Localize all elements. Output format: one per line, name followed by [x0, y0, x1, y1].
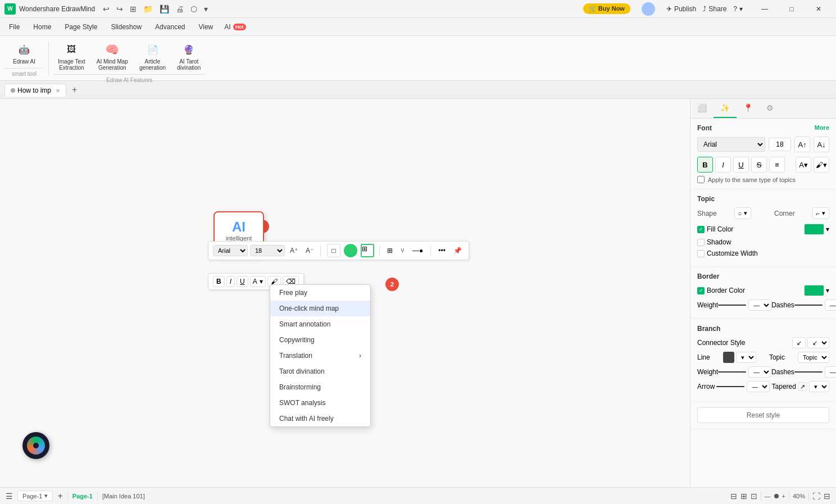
save-icon[interactable]: 💾	[157, 3, 171, 15]
panel-tab-location[interactable]: 📍	[737, 99, 760, 118]
export-icon[interactable]: ⬡	[188, 3, 199, 15]
border-dashes-select[interactable]: —	[825, 299, 836, 311]
buy-now-button[interactable]: 🛒 Buy Now	[583, 3, 630, 14]
paint-panel-btn[interactable]: 🖌▾	[814, 157, 829, 172]
menu-page-style[interactable]: Page Style	[58, 21, 104, 33]
border-color-swatch[interactable]	[804, 285, 824, 296]
branch-dashes-select[interactable]: —	[825, 366, 836, 378]
font-increase-panel-btn[interactable]: A↑	[794, 137, 810, 152]
custom-width-check[interactable]	[697, 250, 705, 257]
bold-panel-btn[interactable]: B	[697, 157, 713, 172]
shape-select[interactable]: ○ ▾	[734, 207, 752, 219]
undo-icon[interactable]: ↩	[101, 3, 112, 15]
font-size-select[interactable]: 18	[250, 245, 285, 256]
grid-view-btn[interactable]: ⊞	[740, 492, 747, 501]
tab-close-icon[interactable]: ✕	[56, 88, 60, 94]
arrow-select[interactable]: —	[747, 381, 770, 392]
open-icon[interactable]: 📁	[141, 3, 155, 15]
page-tab-bottom[interactable]: Page-1 ▾	[17, 491, 53, 501]
font-family-select[interactable]: Arial	[213, 245, 248, 256]
ai-tarot-button[interactable]: 🔮 AI Tarotdivination	[172, 39, 205, 73]
tab-how-to-imp[interactable]: How to imp ✕	[4, 84, 66, 97]
publish-button[interactable]: ✈ Publish	[666, 5, 696, 13]
line-topic-select[interactable]: Topic	[798, 352, 829, 363]
text-color-btn[interactable]: A▾	[250, 276, 266, 287]
font-size-panel-input[interactable]	[769, 138, 791, 151]
sidebar-toggle-icon[interactable]: ☰	[6, 492, 13, 501]
fill-color-dropdown[interactable]: ▾	[826, 225, 829, 233]
connector-style-select[interactable]: ↙	[807, 337, 829, 348]
ctx-chat-ai[interactable]: Chat with AI freely	[270, 411, 370, 426]
new-icon[interactable]: ⊞	[128, 3, 139, 15]
panel-tab-ai[interactable]: ✨	[714, 99, 737, 118]
ctx-swot-analysis[interactable]: SWOT analysis	[270, 395, 370, 411]
border-weight-select[interactable]: —	[748, 299, 771, 311]
share-button[interactable]: ⤴ Share	[703, 5, 726, 13]
more-icon[interactable]: ▾	[202, 3, 210, 15]
panel-tab-view[interactable]: ⬜	[690, 99, 714, 118]
print-icon[interactable]: 🖨	[174, 3, 186, 15]
ctx-smart-annotation[interactable]: Smart annotation	[270, 316, 370, 332]
text-color-panel-btn[interactable]: A▾	[796, 157, 811, 172]
more-shape-btn[interactable]: •••	[436, 246, 448, 256]
ai-mind-map-button[interactable]: 🧠 AI Mind MapGeneration	[92, 39, 133, 73]
font-decrease-panel-btn[interactable]: A↓	[814, 137, 829, 152]
add-page-button[interactable]: +	[57, 491, 62, 501]
article-generation-button[interactable]: 📄 Articlegeneration	[135, 39, 170, 73]
branch-weight-select[interactable]: —	[748, 366, 771, 378]
layout-view-btn[interactable]: ⊟	[730, 492, 737, 501]
fit-view-btn[interactable]: ⊡	[751, 492, 757, 501]
panel-tab-settings[interactable]: ⚙	[760, 99, 780, 118]
add-tab-button[interactable]: +	[69, 84, 80, 96]
fill-color-btn[interactable]	[344, 244, 357, 257]
zoom-minus-btn[interactable]: —	[765, 493, 771, 500]
ctx-one-click-mind-map[interactable]: One-click mind map	[270, 301, 370, 316]
menu-advanced[interactable]: Advanced	[148, 21, 192, 33]
fill-color-check[interactable]: ✓	[697, 226, 705, 233]
font-more-btn[interactable]: More	[815, 124, 829, 132]
tapered-select[interactable]: ▾	[809, 381, 829, 392]
minimize-button[interactable]: —	[752, 0, 778, 18]
ctx-brainstorming[interactable]: Brainstorming	[270, 379, 370, 395]
font-increase-btn[interactable]: A⁺	[287, 246, 301, 256]
menu-home[interactable]: Home	[26, 21, 58, 33]
menu-file[interactable]: File	[2, 21, 26, 33]
connector-btn[interactable]: —●	[410, 246, 425, 256]
line-color-swatch[interactable]	[723, 352, 734, 363]
ai-fab-button[interactable]	[22, 432, 49, 459]
layout-btn[interactable]: ⊞	[385, 246, 395, 256]
apply-same-checkbox[interactable]	[697, 176, 705, 183]
border-color-dropdown[interactable]: ▾	[826, 287, 829, 294]
corner-select[interactable]: ⌐ ▾	[812, 207, 829, 219]
menu-view[interactable]: View	[192, 21, 220, 33]
menu-ai[interactable]: AI Hot	[220, 21, 250, 33]
font-family-panel-select[interactable]: Arial	[697, 137, 765, 152]
reset-style-button[interactable]: Reset style	[697, 407, 829, 423]
italic-fmt-btn[interactable]: I	[226, 276, 235, 287]
branch-btn[interactable]: ⑂	[398, 246, 407, 256]
fullscreen-btn[interactable]: ⛶	[812, 492, 820, 501]
pin-btn[interactable]: 📌	[451, 246, 464, 256]
strikethrough-panel-btn[interactable]: S	[751, 157, 767, 172]
menu-slideshow[interactable]: Slideshow	[104, 21, 148, 33]
bold-fmt-btn[interactable]: B	[213, 276, 225, 287]
align-panel-btn[interactable]: ≡	[769, 157, 785, 172]
apply-same-type-check[interactable]: Apply to the same type of topics	[697, 176, 829, 183]
ctx-free-play[interactable]: Free play	[270, 285, 370, 301]
border-color-check[interactable]: ✓	[697, 287, 705, 294]
edraw-ai-button[interactable]: 🤖 Edraw AI	[8, 39, 40, 67]
shape-rect-btn[interactable]: □	[327, 244, 340, 257]
font-decrease-btn[interactable]: A⁻	[303, 246, 316, 256]
image-text-extraction-button[interactable]: 🖼 Image TextExtraction	[53, 39, 90, 73]
canvas[interactable]: 1 AI intelligentcreation Arial 18 A⁺ A⁻ …	[0, 99, 690, 487]
fill-color-swatch[interactable]	[804, 224, 824, 235]
ctx-copywriting[interactable]: Copywriting	[270, 332, 370, 348]
avatar[interactable]	[642, 2, 655, 16]
italic-panel-btn[interactable]: I	[715, 157, 731, 172]
maximize-button[interactable]: □	[779, 0, 805, 18]
ctx-tarot-divination[interactable]: Tarot divination	[270, 364, 370, 379]
ctx-translation[interactable]: Translation ›	[270, 348, 370, 364]
line-color-select[interactable]: ▾	[736, 352, 756, 363]
zoom-track-thumb[interactable]	[774, 494, 779, 498]
zoom-plus-btn[interactable]: +	[782, 493, 785, 500]
